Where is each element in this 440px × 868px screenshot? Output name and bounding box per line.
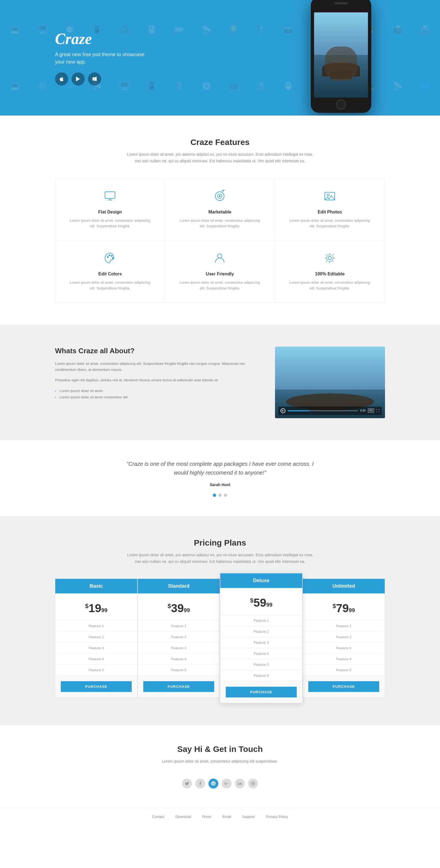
cents-basic: 99 <box>101 607 107 613</box>
footer: Contact Download Press Email Support Pri… <box>0 808 440 825</box>
feature-user-friendly-title: User Friendly <box>179 272 261 277</box>
pricing-feature: Feature 2 <box>138 632 220 643</box>
pricing-header-standard: Standard <box>138 579 220 593</box>
pricing-price-deluxe: $5999 <box>220 588 302 615</box>
phone-home-button <box>336 100 346 110</box>
about-list-item-1: Lorem ipsum dolor sit amet. <box>55 388 253 394</box>
feature-marketable: Marketable Lorem ipsum dolor sit amet, c… <box>165 179 275 241</box>
purchase-button-unlimited[interactable]: PURCHASE <box>308 681 379 692</box>
pricing-feature: Feature 4 <box>303 654 385 665</box>
pricing-header-deluxe: Deluxe <box>220 574 302 588</box>
hero-logo: Craze <box>55 30 440 48</box>
svg-point-10 <box>327 194 329 196</box>
pricing-features-standard: Feature 1 Feature 2 Feature 3 Feature 4 … <box>138 620 220 676</box>
currency-symbol: $ <box>250 597 253 604</box>
pricing-feature: Feature 1 <box>55 621 137 632</box>
facebook-icon[interactable] <box>195 779 205 788</box>
features-section: Craze Features Lorem ipsum dolor sit ame… <box>0 116 440 324</box>
feature-flat-design-desc: Lorem ipsum dolor sit amet, consectetur … <box>69 218 151 229</box>
svg-point-15 <box>218 254 222 258</box>
feature-edit-colors-title: Edit Colors <box>69 272 151 277</box>
footer-link-contact[interactable]: Contact <box>152 815 164 819</box>
cents-unlimited: 99 <box>349 607 355 613</box>
pricing-header-unlimited: Unlimited <box>303 579 385 593</box>
pricing-feature: Feature 4 <box>220 648 302 659</box>
about-para-2: Phasellus eget nisl dapibus, ulricles ni… <box>55 377 253 383</box>
pricing-feature: Feature 3 <box>138 643 220 654</box>
currency-symbol: $ <box>85 602 88 610</box>
phone-speaker <box>334 2 348 4</box>
pricing-feature: Feature 5 <box>138 665 220 676</box>
dribbble-icon[interactable] <box>248 779 258 788</box>
currency-symbol: $ <box>167 602 171 610</box>
footer-link-download[interactable]: Download <box>175 815 191 819</box>
expand-icon[interactable]: ⛶ <box>376 409 379 413</box>
pricing-btn-wrap-deluxe: PURCHASE <box>220 681 302 703</box>
footer-link-privacy[interactable]: Privacy Policy <box>266 815 288 819</box>
features-description: Lorem ipsum dolor sit amet, pro aeterno … <box>124 151 316 164</box>
pricing-features-unlimited: Feature 1 Feature 2 Feature 3 Feature 4 … <box>303 620 385 676</box>
pricing-feature: Feature 3 <box>220 637 302 648</box>
photo-icon <box>289 190 371 205</box>
testimonial-dot-2[interactable] <box>218 494 222 497</box>
linkedin-icon[interactable] <box>235 779 245 788</box>
pricing-btn-wrap-unlimited: PURCHASE <box>303 676 385 698</box>
currency-symbol: $ <box>333 602 336 610</box>
footer-link-email[interactable]: Email <box>222 815 231 819</box>
play-button[interactable]: ▶ <box>281 408 285 413</box>
video-time: 0:04 <box>360 409 366 412</box>
pricing-feature: Feature 5 <box>55 665 137 676</box>
feature-edit-photos-title: Edit Photos <box>289 210 371 215</box>
purchase-button-standard[interactable]: PURCHASE <box>143 681 214 692</box>
footer-link-support[interactable]: Support <box>242 815 255 819</box>
pricing-section: Pricing Plans Lorem ipsum dolor sit amet… <box>0 516 440 725</box>
pricing-feature: Feature 4 <box>55 654 137 665</box>
apple-store-button[interactable] <box>55 72 68 86</box>
android-store-button[interactable] <box>71 72 85 86</box>
feature-edit-colors: Edit Colors Lorem ipsum dolor sit amet, … <box>55 241 165 302</box>
testimonial-dot-1[interactable] <box>213 494 216 497</box>
testimonial-section: "Craze is one of the most complete app p… <box>0 440 440 516</box>
pricing-card-standard: Standard $3999 Feature 1 Feature 2 Featu… <box>137 579 220 698</box>
footer-link-press[interactable]: Press <box>202 815 211 819</box>
google-plus-icon[interactable] <box>222 779 231 788</box>
palette-icon <box>69 251 151 267</box>
svg-point-18 <box>238 782 239 783</box>
pricing-description: Lorem ipsum dolor sit amet, pro aeterno … <box>124 552 316 565</box>
about-video[interactable]: ▶ 0:04 HD ⛶ <box>275 347 385 418</box>
pricing-btn-wrap-standard: PURCHASE <box>138 676 220 698</box>
about-list: Lorem ipsum dolor sit amet. Lorem ipsum … <box>55 388 253 400</box>
pricing-feature: Feature 2 <box>303 632 385 643</box>
twitter-icon[interactable] <box>182 779 192 788</box>
contact-description: Lorem ipsum dolor sit amet, consectetur … <box>124 758 316 765</box>
purchase-button-basic[interactable]: PURCHASE <box>61 681 132 692</box>
pinterest-icon[interactable] <box>209 779 218 788</box>
testimonial-dot-3[interactable] <box>224 494 227 497</box>
testimonial-dots <box>55 494 385 497</box>
contact-title: Say Hi & Get in Touch <box>55 744 385 754</box>
purchase-button-deluxe[interactable]: PURCHASE <box>226 687 297 698</box>
pricing-price-basic: $1999 <box>55 593 137 620</box>
feature-marketable-title: Marketable <box>179 210 261 215</box>
pricing-feature: Feature 5 <box>220 659 302 670</box>
video-controls: ▶ 0:04 HD ⛶ <box>278 407 382 415</box>
pricing-feature: Feature 6 <box>220 670 302 681</box>
about-list-item-2: Lorem ipsum dolor sit amet consectetur e… <box>55 394 253 400</box>
gear-icon <box>289 251 371 267</box>
pricing-features-basic: Feature 1 Feature 2 Feature 3 Feature 4 … <box>55 620 137 676</box>
pricing-card-deluxe: Deluxe $5999 Feature 1 Feature 2 Feature… <box>220 573 303 703</box>
contact-section: Say Hi & Get in Touch Lorem ipsum dolor … <box>0 725 440 808</box>
pricing-features-deluxe: Feature 1 Feature 2 Feature 3 Feature 4 … <box>220 615 302 681</box>
monitor-icon <box>69 190 151 205</box>
pricing-feature: Feature 3 <box>303 643 385 654</box>
testimonial-author: Sarah Hunt <box>55 483 385 487</box>
about-section: Whats Craze all About? Lorem ipsum dolor… <box>0 324 440 440</box>
feature-editable: 100% Editable Lorem ipsum dolor sit amet… <box>275 241 385 302</box>
pricing-feature: Feature 1 <box>303 621 385 632</box>
pricing-feature: Feature 2 <box>220 626 302 637</box>
pricing-feature: Feature 4 <box>138 654 220 665</box>
feature-edit-photos: Edit Photos Lorem ipsum dolor sit amet, … <box>275 179 385 241</box>
feature-marketable-desc: Lorem ipsum dolor sit amet, consectetur … <box>179 218 261 229</box>
user-icon <box>179 251 261 267</box>
windows-store-button[interactable] <box>88 72 101 86</box>
